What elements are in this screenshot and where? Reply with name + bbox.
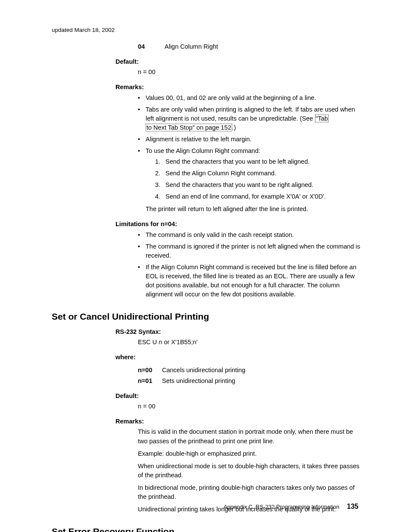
page-footer: Appendix C. RS-232 Programming Informati…	[224, 501, 358, 511]
remarks-list: Values 00, 01, and 02 are only valid at …	[138, 93, 361, 214]
updated-date: updated March 18, 2002	[52, 26, 361, 34]
list-item: If the Align Column Right command is rec…	[138, 263, 361, 299]
step-item: 2.Send the Align Column Right command.	[155, 169, 361, 178]
default-value: n = 00	[138, 68, 361, 77]
param-text-n01: Sets unidirectional printing	[162, 376, 235, 386]
text-fragment: .)	[232, 124, 236, 131]
syntax-post: or X'1B55;n'	[162, 339, 197, 345]
limitations-list: The command is only valid in the cash re…	[138, 230, 361, 299]
step-item: 4.Send an end of line command, for examp…	[155, 192, 361, 201]
text-fragment: To use the Align Column Right command:	[146, 147, 260, 154]
list-item: The command is only valid in the cash re…	[138, 230, 361, 240]
label-remarks: Remarks:	[115, 83, 361, 92]
param-key-n01: n=01	[138, 376, 162, 386]
label-default-2: Default:	[115, 392, 361, 401]
list-item: Values 00, 01, and 02 are only valid at …	[138, 93, 361, 103]
step-text: Send the characters that you want to be …	[165, 181, 313, 188]
list-item: To use the Align Column Right command: 1…	[138, 146, 361, 214]
label-remarks-2: Remarks:	[115, 417, 361, 426]
link-tab-stop-1[interactable]: "Tab	[315, 115, 329, 122]
step-item: 3.Send the characters that you want to b…	[155, 180, 361, 190]
list-item: Alignment is relative to the left margin…	[138, 135, 361, 144]
footer-text: Appendix C. RS-232 Programming Informati…	[224, 504, 339, 510]
remarks-tail: The printer will return to left aligned …	[146, 205, 361, 214]
heading-error-recovery: Set Error Recovery Function	[52, 525, 361, 532]
step-item: 1.Send the characters that you want to b…	[155, 157, 361, 166]
step-text: Send an end of line command, for example…	[165, 193, 326, 200]
label-limitations: Limitations for n=04:	[115, 220, 361, 229]
steps-list: 1.Send the characters that you want to b…	[155, 157, 361, 201]
syntax-value: ESC U n or X'1B55;n'	[138, 338, 361, 347]
label-default: Default:	[115, 57, 361, 66]
heading-unidirectional: Set or Cancel Unidirectional Printing	[52, 310, 361, 323]
page-number: 135	[347, 503, 358, 510]
default-value-2: n = 00	[138, 402, 361, 411]
remark-para: This is valid in the document station in…	[138, 427, 361, 445]
param-key-n00: n=00	[138, 366, 162, 375]
step-text: Send the characters that you want to be …	[165, 158, 310, 165]
remark-para: In bidirectional mode, printing double-h…	[138, 483, 361, 501]
param-text-n00: Cancels unidirectional printing	[162, 366, 245, 375]
content-area: 04 Align Column Right Default: n = 00 Re…	[115, 42, 361, 299]
list-item: The command is ignored if the printer is…	[138, 242, 361, 260]
step-text: Send the Align Column Right command.	[165, 170, 276, 177]
link-tab-stop-2[interactable]: to Next Tab Stop" on page 152	[146, 124, 232, 131]
syntax-pre: ESC U	[138, 339, 159, 345]
label-rs232-syntax: RS-232 Syntax:	[115, 327, 361, 336]
param-text-04: Align Column Right	[165, 42, 218, 51]
remark-para: Example: double-high or emphasized print…	[138, 449, 361, 458]
param-code-04: 04	[138, 42, 165, 51]
remark-para: When unidirectional mode is set to doubl…	[138, 462, 361, 480]
label-where: where:	[115, 353, 361, 362]
list-item: Tabs are only valid when printing is ali…	[138, 105, 361, 132]
